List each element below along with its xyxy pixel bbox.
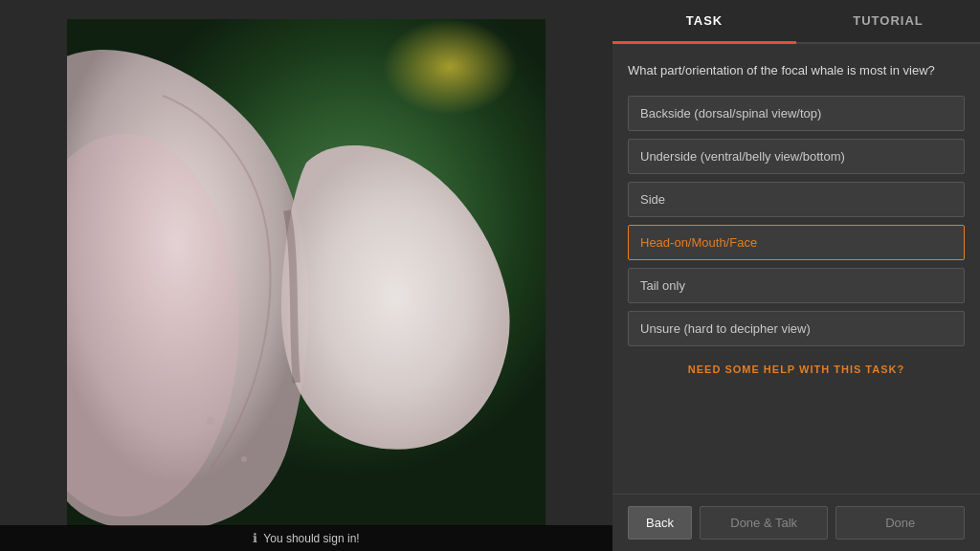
option-backside[interactable]: Backside (dorsal/spinal view/top): [628, 96, 965, 131]
option-head-on[interactable]: Head-on/Mouth/Face: [628, 225, 965, 260]
whale-image: [67, 19, 546, 526]
tab-header: TASK TUTORIAL: [612, 0, 980, 44]
tab-task[interactable]: TASK: [612, 0, 796, 44]
done-button[interactable]: Done: [835, 506, 965, 540]
info-icon: ℹ: [253, 531, 257, 545]
option-underside[interactable]: Underside (ventral/belly view/bottom): [628, 139, 965, 174]
image-panel: ℹ You should sign in!: [0, 0, 612, 551]
option-unsure[interactable]: Unsure (hard to decipher view): [628, 311, 965, 346]
signin-notice: You should sign in!: [263, 532, 359, 545]
help-link[interactable]: NEED SOME HELP WITH THIS TASK?: [628, 354, 965, 385]
done-talk-button[interactable]: Done & Talk: [700, 506, 829, 540]
option-tail-only[interactable]: Tail only: [628, 268, 965, 303]
svg-point-4: [241, 456, 247, 462]
tab-tutorial[interactable]: TUTORIAL: [796, 0, 980, 42]
question-area: What part/orientation of the focal whale…: [612, 44, 980, 494]
right-panel: TASK TUTORIAL What part/orientation of t…: [612, 0, 980, 551]
signin-bar: ℹ You should sign in!: [0, 525, 612, 551]
option-side[interactable]: Side: [628, 182, 965, 217]
app-container: ℹ You should sign in! TASK TUTORIAL What…: [0, 0, 980, 551]
svg-point-3: [207, 417, 214, 425]
action-bar: Back Done & Talk Done: [612, 494, 980, 551]
whale-visualization: [67, 19, 546, 526]
svg-point-1: [383, 19, 517, 115]
question-text: What part/orientation of the focal whale…: [628, 61, 965, 80]
back-button[interactable]: Back: [628, 506, 692, 540]
